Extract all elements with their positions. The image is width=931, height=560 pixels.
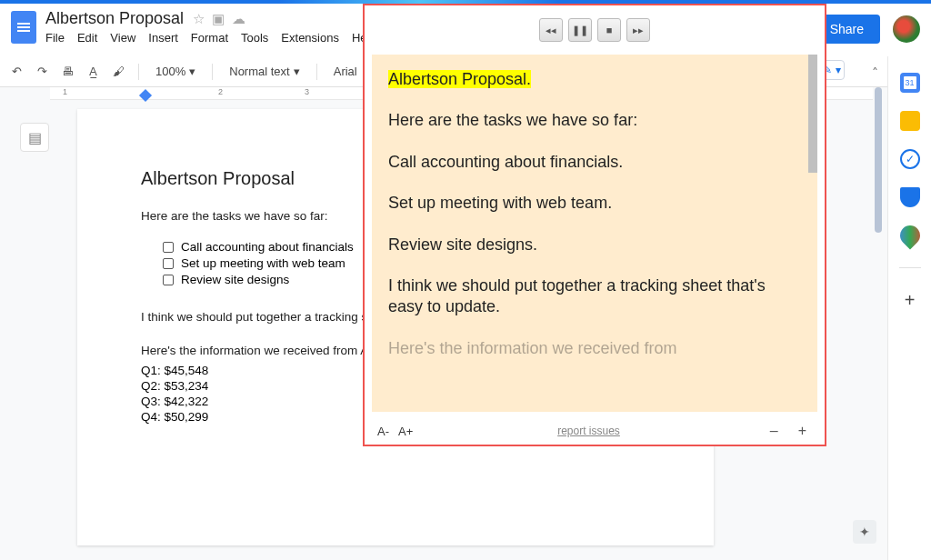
font-increase-button[interactable]: A+	[398, 425, 413, 438]
font-decrease-button[interactable]: A-	[377, 425, 389, 438]
reader-controls: ◂◂ ❚❚ ■ ▸▸	[365, 5, 825, 55]
move-icon[interactable]: ▣	[212, 11, 225, 27]
menu-tools[interactable]: Tools	[241, 31, 268, 45]
checkbox-icon[interactable]	[163, 242, 174, 253]
indent-marker[interactable]	[139, 89, 152, 102]
forward-button[interactable]: ▸▸	[626, 18, 650, 42]
reader-line: Call accounting about financials.	[388, 152, 801, 173]
reader-line: Here's the information we received from	[388, 338, 801, 359]
menu-view[interactable]: View	[110, 31, 135, 45]
calendar-icon[interactable]	[900, 73, 920, 93]
keep-icon[interactable]	[900, 111, 920, 131]
report-issues-link[interactable]: report issues	[557, 425, 620, 437]
menu-edit[interactable]: Edit	[77, 31, 97, 45]
cloud-status-icon[interactable]: ☁	[232, 11, 245, 27]
stop-button[interactable]: ■	[597, 18, 621, 42]
reader-scrollbar[interactable]	[808, 55, 817, 173]
document-title[interactable]: Albertson Proposal	[45, 9, 184, 28]
print-icon[interactable]: 🖶	[58, 63, 76, 81]
screen-reader-panel: ◂◂ ❚❚ ■ ▸▸ Albertson Proposal. Here are …	[363, 4, 826, 446]
menu-file[interactable]: File	[45, 31, 65, 45]
menu-format[interactable]: Format	[191, 31, 228, 45]
explore-button[interactable]: ✦	[853, 520, 876, 544]
redo-icon[interactable]: ↷	[33, 63, 51, 81]
side-panel: +	[887, 56, 931, 560]
add-addon-icon[interactable]: +	[905, 290, 916, 311]
vertical-scrollbar[interactable]	[875, 87, 882, 269]
zoom-out-button[interactable]: –	[765, 423, 784, 439]
chevron-down-icon: ▾	[189, 65, 195, 78]
style-dropdown[interactable]: Normal text▾	[224, 63, 305, 80]
outline-toggle-button[interactable]: ▤	[20, 123, 49, 152]
zoom-in-button[interactable]: +	[793, 423, 812, 439]
menu-insert[interactable]: Insert	[148, 31, 178, 45]
reader-footer: A- A+ report issues – +	[365, 419, 825, 445]
reader-line: Set up meeting with web team.	[388, 193, 801, 214]
spellcheck-icon[interactable]: A̲	[84, 63, 102, 81]
tasks-icon[interactable]	[900, 149, 920, 169]
star-icon[interactable]: ☆	[193, 11, 205, 27]
pause-button[interactable]: ❚❚	[568, 18, 592, 42]
menu-extensions[interactable]: Extensions	[281, 31, 339, 45]
paint-format-icon[interactable]: 🖌	[109, 63, 127, 81]
rewind-button[interactable]: ◂◂	[539, 18, 563, 42]
docs-logo-icon[interactable]	[11, 11, 36, 44]
reader-highlighted-line: Albertson Proposal.	[388, 70, 531, 88]
checkbox-icon[interactable]	[163, 275, 174, 285]
reader-line: Review site designs.	[388, 235, 801, 255]
undo-icon[interactable]: ↶	[7, 63, 25, 81]
contacts-icon[interactable]	[900, 187, 920, 207]
collapse-toolbar-icon[interactable]: ˄	[872, 65, 878, 80]
maps-icon[interactable]	[896, 221, 924, 249]
reader-line: Here are the tasks we have so far:	[388, 110, 801, 131]
user-avatar[interactable]	[893, 15, 920, 43]
reader-text-area[interactable]: Albertson Proposal. Here are the tasks w…	[372, 55, 817, 412]
font-dropdown[interactable]: Arial	[328, 63, 363, 80]
chevron-down-icon: ▾	[294, 65, 300, 78]
zoom-dropdown[interactable]: 100%▾	[150, 63, 201, 80]
reader-line: I think we should put together a trackin…	[388, 275, 801, 318]
checkbox-icon[interactable]	[163, 258, 174, 269]
